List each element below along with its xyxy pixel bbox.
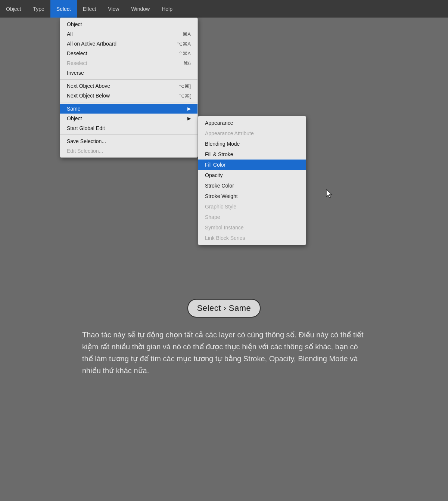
submenu-item-fill-color[interactable]: Fill Color [198, 160, 306, 170]
bottom-area: Select › Same Thao tác này sẽ tự động ch… [0, 284, 448, 377]
menubar-item-window[interactable]: Window [125, 0, 156, 18]
submenu-item-symbol-instance: Symbol Instance [198, 222, 306, 233]
same-submenu: Appearance Appearance Attribute Blending… [198, 116, 306, 245]
menu-item-start-global-edit[interactable]: Start Global Edit [60, 123, 197, 133]
menubar-item-effect[interactable]: Effect [77, 0, 102, 18]
menu-item-edit-selection: Edit Selection... [60, 146, 197, 156]
submenu-item-appearance[interactable]: Appearance [198, 118, 306, 128]
menu-item-object-select[interactable]: Object [60, 19, 197, 29]
select-dropdown-menu: Object All ⌘A All on Active Artboard ⌥⌘A… [60, 18, 198, 158]
menubar-item-view[interactable]: View [102, 0, 125, 18]
submenu-item-link-block-series: Link Block Series [198, 233, 306, 243]
menubar-item-select[interactable]: Select [50, 0, 77, 18]
menubar-item-type[interactable]: Type [27, 0, 50, 18]
menu-item-reselect: Reselect ⌘6 [60, 58, 197, 68]
submenu-item-opacity[interactable]: Opacity [198, 170, 306, 180]
submenu-item-fill-stroke[interactable]: Fill & Stroke [198, 149, 306, 160]
separator-1 [60, 79, 197, 80]
menubar-item-object[interactable]: Object [0, 0, 27, 18]
submenu-item-blending-mode[interactable]: Blending Mode [198, 139, 306, 149]
menu-item-deselect[interactable]: Deselect ⇧⌘A [60, 49, 197, 58]
separator-2 [60, 102, 197, 102]
menu-item-inverse[interactable]: Inverse [60, 68, 197, 78]
separator-3 [60, 134, 197, 135]
menu-item-same[interactable]: Same ▶ [60, 104, 197, 114]
cursor-icon [326, 189, 335, 199]
submenu-item-graphic-style: Graphic Style [198, 201, 306, 212]
submenu-item-shape: Shape [198, 212, 306, 222]
submenu-item-stroke-color[interactable]: Stroke Color [198, 180, 306, 191]
menubar: Object Type Select Effect View Window He… [0, 0, 448, 18]
description-text: Thao tác này sẽ tự động chọn tất cả các … [71, 329, 377, 377]
menu-item-next-below[interactable]: Next Object Below ⌥⌘[ [60, 91, 197, 100]
menu-item-all[interactable]: All ⌘A [60, 29, 197, 39]
submenu-item-stroke-weight[interactable]: Stroke Weight [198, 191, 306, 201]
menu-item-next-above[interactable]: Next Object Above ⌥⌘] [60, 81, 197, 91]
menubar-item-help[interactable]: Help [156, 0, 178, 18]
breadcrumb-badge: Select › Same [187, 299, 261, 318]
submenu-item-appearance-attribute: Appearance Attribute [198, 128, 306, 139]
menu-item-all-active-artboard[interactable]: All on Active Artboard ⌥⌘A [60, 39, 197, 49]
menu-item-object-submenu[interactable]: Object ▶ [60, 114, 197, 123]
menu-item-save-selection[interactable]: Save Selection... [60, 136, 197, 146]
